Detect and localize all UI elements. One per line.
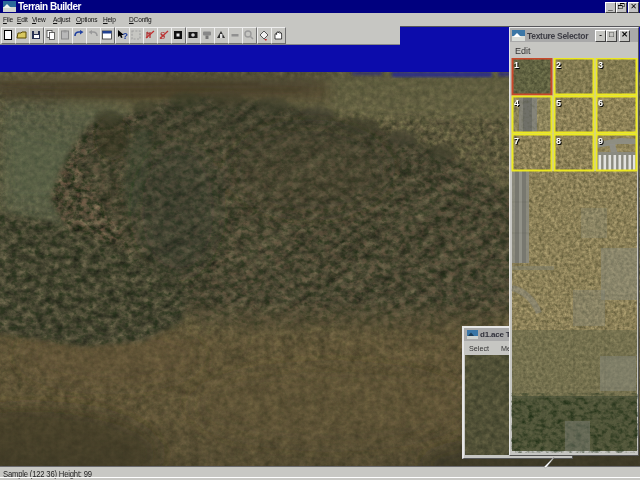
svg-text:?: ? bbox=[122, 31, 128, 41]
